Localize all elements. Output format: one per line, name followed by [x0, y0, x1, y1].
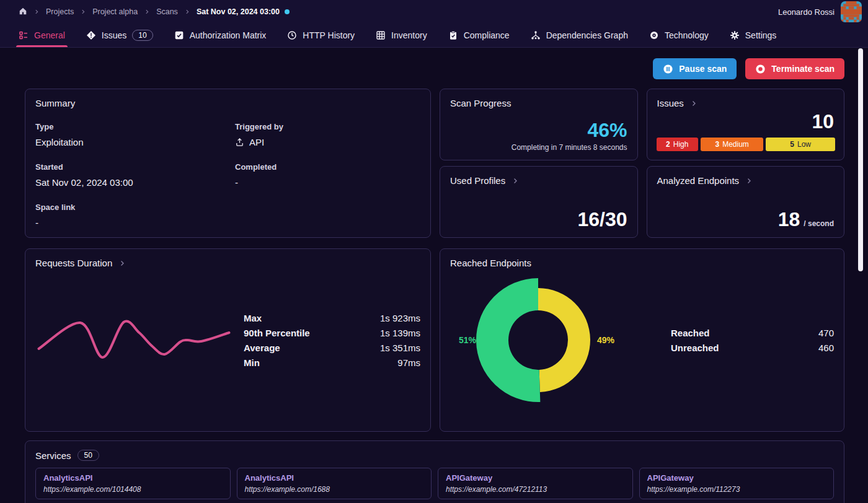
breadcrumb-scans[interactable]: Scans: [156, 7, 178, 16]
unreached-percent-label: 49%: [597, 335, 614, 345]
sitemap-icon: [531, 30, 541, 40]
field-value: API: [235, 137, 420, 147]
stat-value: 97ms: [397, 357, 420, 368]
stat-value: 1s 139ms: [380, 328, 420, 338]
requests-duration-title-link[interactable]: Requests Duration: [35, 258, 126, 268]
services-header: Services 50: [35, 450, 834, 461]
chevron-right-icon: [33, 9, 40, 15]
pause-circle-icon: [663, 64, 673, 74]
issue-diamond-icon: [86, 30, 96, 40]
tab-compliance[interactable]: Compliance: [448, 24, 510, 47]
tab-authorization-matrix[interactable]: Authorization Matrix: [174, 24, 267, 47]
tab-label: Dependencies Graph: [546, 30, 628, 40]
stat-row-p90: 90th Percentile 1s 139ms: [244, 328, 420, 338]
checkbox-icon: [174, 30, 184, 40]
summary-card: Summary Type Exploitation Triggered by A…: [25, 89, 431, 238]
service-url: https://example.com/1688: [245, 485, 424, 494]
severity-count: 3: [715, 140, 719, 149]
vertical-scrollbar-thumb[interactable]: [858, 48, 863, 271]
breadcrumb-project-alpha[interactable]: Project alpha: [92, 7, 138, 16]
summary-field-completed: Completed -: [235, 162, 420, 188]
tab-label: Technology: [665, 30, 709, 40]
list-checks-icon: [19, 30, 29, 40]
issues-title-link[interactable]: Issues: [657, 98, 698, 108]
chevron-right-icon: [690, 100, 698, 107]
used-profiles-value-block: 16/30: [577, 208, 627, 231]
legend-label: Unreached: [671, 343, 719, 353]
service-url: https://example.com/112273: [647, 485, 826, 494]
user-avatar[interactable]: [841, 1, 862, 22]
home-icon[interactable]: [19, 7, 27, 17]
pause-scan-button[interactable]: Pause scan: [653, 58, 737, 79]
used-profiles-title: Used Profiles: [450, 175, 505, 186]
tab-label: Inventory: [391, 30, 427, 40]
stat-label: Min: [244, 357, 260, 368]
scan-actions: Pause scan Terminate scan: [25, 58, 844, 79]
clipboard-check-icon: [448, 30, 458, 40]
tab-inventory[interactable]: Inventory: [376, 24, 427, 47]
table-grid-icon: [376, 30, 386, 40]
summary-fields: Type Exploitation Triggered by API Start…: [35, 122, 420, 228]
scan-running-indicator: [285, 9, 290, 14]
user-name: Leonardo Rossi: [778, 7, 835, 17]
severity-segment-medium: 3 Medium: [701, 138, 763, 151]
tab-technology[interactable]: Technology: [649, 24, 709, 47]
chevron-right-icon: [512, 177, 519, 185]
reached-donut-chart: [473, 275, 603, 405]
tab-dependencies-graph[interactable]: Dependencies Graph: [531, 24, 628, 47]
legend-row-reached: Reached 470: [671, 328, 834, 338]
scan-progress-title: Scan Progress: [450, 98, 627, 108]
tab-label: Compliance: [464, 30, 510, 40]
reached-endpoints-title: Reached Endpoints: [450, 258, 834, 268]
tab-settings[interactable]: Settings: [730, 24, 777, 47]
tab-label: Settings: [745, 30, 777, 40]
severity-label: Low: [797, 140, 811, 149]
duration-sparkline-chart: [35, 316, 234, 364]
chevron-right-icon: [118, 260, 126, 267]
issues-severity-bar: 2 High 3 Medium 5 Low: [657, 138, 836, 151]
tab-http-history[interactable]: HTTP History: [287, 24, 355, 47]
summary-field-started: Started Sat Nov 02, 2024 03:00: [35, 162, 235, 188]
charts-grid: Requests Duration Max 1s 923ms 90th Perc…: [25, 248, 844, 432]
severity-label: High: [673, 140, 689, 149]
breadcrumb-projects[interactable]: Projects: [46, 7, 74, 16]
used-profiles-card: Used Profiles 16/30: [440, 166, 638, 238]
legend-label: Reached: [671, 328, 710, 338]
service-item[interactable]: AnalyticsAPI https://example.com/1688: [237, 468, 432, 499]
summary-field-space-link: Space link -: [35, 203, 235, 228]
issues-title: Issues: [657, 98, 684, 108]
stat-row-average: Average 1s 351ms: [244, 343, 420, 353]
legend-value: 460: [818, 343, 834, 353]
used-profiles-title-link[interactable]: Used Profiles: [450, 175, 519, 186]
duration-stats: Max 1s 923ms 90th Percentile 1s 139ms Av…: [244, 308, 420, 372]
summary-field-type: Type Exploitation: [35, 122, 235, 147]
stat-value: 1s 923ms: [380, 313, 420, 323]
terminate-scan-button[interactable]: Terminate scan: [745, 58, 844, 79]
service-item[interactable]: APIGateway https://example.com/47212113: [438, 468, 633, 499]
tab-general[interactable]: General: [19, 24, 65, 47]
tab-issues[interactable]: Issues 10: [86, 24, 153, 47]
top-bar: Projects Project alpha Scans Sat Nov 02,…: [0, 0, 868, 24]
pause-scan-label: Pause scan: [679, 64, 727, 74]
chevron-right-icon: [184, 9, 190, 15]
service-item[interactable]: APIGateway https://example.com/112273: [639, 468, 835, 499]
stat-label: Max: [244, 313, 262, 323]
field-label: Type: [35, 122, 235, 131]
service-item[interactable]: AnalyticsAPI https://example.com/1014408: [35, 468, 231, 499]
scan-date-label: Sat Nov 02, 2024 03:00: [197, 7, 280, 16]
avatar-pixel-art: [841, 1, 862, 22]
summary-title: Summary: [35, 98, 420, 108]
field-label: Space link: [35, 203, 235, 212]
services-title: Services: [35, 450, 71, 461]
triggered-by-value: API: [249, 137, 264, 147]
gear-icon: [730, 30, 740, 40]
analyzed-endpoints-title-link[interactable]: Analyzed Endpoints: [657, 175, 753, 186]
reached-endpoints-card: Reached Endpoints 51% 49% Reached 470 Un…: [440, 248, 844, 432]
analyzed-endpoints-value: 18: [778, 208, 800, 231]
tab-label: General: [34, 30, 65, 40]
user-menu[interactable]: Leonardo Rossi: [778, 1, 862, 22]
services-card: Services 50 AnalyticsAPI https://example…: [25, 440, 844, 503]
main-content: Pause scan Terminate scan Summary Type E…: [0, 48, 868, 503]
chevron-right-icon: [80, 9, 86, 15]
stat-row-max: Max 1s 923ms: [244, 313, 420, 323]
